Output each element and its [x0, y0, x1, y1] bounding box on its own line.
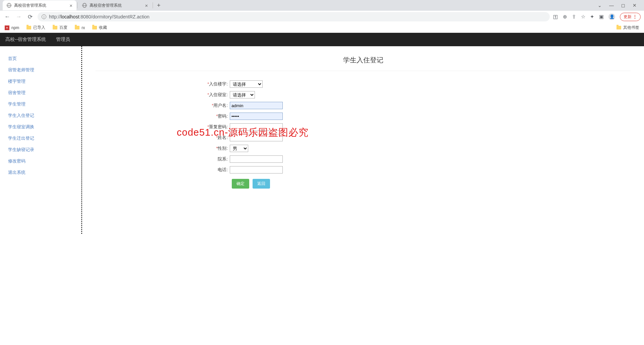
form-row-repassword: *重复密码: — [96, 123, 631, 131]
bookmark-item[interactable]: rx — [75, 25, 85, 30]
bookmarks-bar: nnpm 已导入 百度 rx 收藏 其他书签 — [0, 23, 644, 33]
close-icon[interactable]: × — [69, 3, 72, 8]
avatar-icon[interactable]: 👤 — [608, 13, 615, 20]
password-input[interactable] — [230, 113, 283, 120]
content: 首页 宿管老师管理 楼宇管理 宿舍管理 学生管理 学生入住登记 学生寝室调换 学… — [0, 46, 644, 234]
reload-icon[interactable]: ⟳ — [26, 13, 34, 20]
forward-icon[interactable]: → — [15, 13, 23, 20]
sidebar-item-teacher-mgmt[interactable]: 宿管老师管理 — [8, 64, 81, 76]
new-tab-button[interactable]: + — [154, 2, 164, 9]
sidebar-item-home[interactable]: 首页 — [8, 53, 81, 64]
sidebar-item-dorm-mgmt[interactable]: 宿舍管理 — [8, 87, 81, 98]
folder-icon — [616, 26, 621, 29]
building-select[interactable]: 请选择 — [230, 80, 263, 88]
address-bar-row: ← → ⟳ i http://localhost:8080/dormitory/… — [0, 11, 644, 23]
form-row-password: *密码: — [96, 113, 631, 120]
browser-chrome: 高校宿舍管理系统 × 高校宿舍管理系统 × + ⌄ — ◻ ✕ ← → ⟳ i … — [0, 0, 644, 33]
form-row-name: *姓名: — [96, 134, 631, 141]
name-input[interactable] — [230, 134, 283, 141]
folder-icon — [26, 26, 31, 29]
sidebar: 首页 宿管老师管理 楼宇管理 宿舍管理 学生管理 学生入住登记 学生寝室调换 学… — [0, 46, 82, 234]
browser-tab[interactable]: 高校宿舍管理系统 × — [78, 0, 152, 10]
info-icon[interactable]: i — [42, 14, 46, 19]
form-row-building: *入住楼宇: 请选择 — [96, 80, 631, 88]
dept-input[interactable] — [230, 155, 283, 163]
room-select[interactable]: 请选择 — [230, 91, 255, 98]
star-icon[interactable]: ☆ — [581, 14, 585, 20]
back-icon[interactable]: ← — [3, 13, 11, 20]
browser-tab[interactable]: 高校宿舍管理系统 × — [3, 0, 76, 10]
menu-dots-icon: ⋮ — [633, 14, 637, 19]
url-bar[interactable]: i http://localhost:8080/dormitory/Studen… — [38, 12, 550, 21]
chrome-actions: ⚿ ⊕ ⇪ ☆ ✦ ▣ 👤 更新 ⋮ — [553, 13, 641, 21]
npm-icon: n — [5, 25, 9, 30]
phone-input[interactable] — [230, 166, 283, 174]
extension-icon[interactable]: ✦ — [590, 14, 594, 20]
app-header: 高校--宿舍管理系统 管理员 — [0, 33, 644, 46]
folder-icon — [53, 26, 57, 29]
tab-separator — [153, 2, 153, 8]
repassword-input[interactable] — [230, 123, 283, 131]
url-text: http://localhost:8080/dormitory/StudentR… — [49, 14, 150, 19]
folder-icon — [92, 26, 97, 29]
close-icon[interactable]: × — [145, 3, 148, 8]
bookmark-item[interactable]: 收藏 — [92, 25, 107, 30]
name-label: *姓名: — [96, 135, 230, 141]
sidebar-item-student-mgmt[interactable]: 学生管理 — [8, 98, 81, 110]
bookmark-item[interactable]: nnpm — [5, 25, 19, 30]
password-label: *密码: — [96, 113, 230, 119]
tab-title: 高校宿舍管理系统 — [90, 3, 122, 8]
tab-separator — [77, 2, 77, 8]
globe-icon — [7, 3, 11, 8]
sidebar-item-absence[interactable]: 学生缺寝记录 — [8, 144, 81, 155]
close-window-icon[interactable]: ✕ — [633, 3, 637, 8]
gender-select[interactable]: 男 — [230, 145, 248, 152]
chevron-down-icon[interactable]: ⌄ — [598, 3, 602, 8]
user-role: 管理员 — [56, 37, 70, 43]
phone-label: 电话: — [96, 167, 230, 173]
sidebar-item-password[interactable]: 修改密码 — [8, 155, 81, 167]
page-title: 学生入住登记 — [96, 53, 631, 71]
submit-button[interactable]: 确定 — [232, 179, 249, 189]
sidebar-item-checkin[interactable]: 学生入住登记 — [8, 110, 81, 121]
main: 学生入住登记 *入住楼宇: 请选择 *入住寝室: 请选择 *用户名: *密码: … — [82, 46, 644, 234]
back-button[interactable]: 返回 — [253, 179, 270, 189]
share-icon[interactable]: ⇪ — [572, 14, 576, 20]
form-row-phone: 电话: — [96, 166, 631, 174]
sidebar-item-building-mgmt[interactable]: 楼宇管理 — [8, 76, 81, 87]
room-label: *入住寝室: — [96, 92, 230, 98]
panel-icon[interactable]: ▣ — [599, 14, 604, 20]
repassword-label: *重复密码: — [96, 124, 230, 130]
username-label: *用户名: — [96, 102, 230, 109]
sidebar-item-logout[interactable]: 退出系统 — [8, 167, 81, 178]
form-row-dept: 院系: — [96, 155, 631, 163]
minimize-icon[interactable]: — — [609, 3, 614, 8]
maximize-icon[interactable]: ◻ — [621, 3, 625, 8]
form-row-username: *用户名: — [96, 102, 631, 109]
tab-title: 高校宿舍管理系统 — [14, 3, 46, 8]
sidebar-item-checkout[interactable]: 学生迁出登记 — [8, 133, 81, 144]
username-input[interactable] — [230, 102, 283, 109]
dept-label: 院系: — [96, 156, 230, 162]
gender-label: *性别: — [96, 145, 230, 151]
bookmark-item[interactable]: 百度 — [53, 25, 67, 30]
tab-bar: 高校宿舍管理系统 × 高校宿舍管理系统 × + ⌄ — ◻ ✕ — [0, 0, 644, 11]
folder-icon — [75, 26, 79, 29]
building-label: *入住楼宇: — [96, 81, 230, 87]
form-actions: 确定 返回 — [96, 179, 631, 189]
form-row-room: *入住寝室: 请选择 — [96, 91, 631, 98]
app-title: 高校--宿舍管理系统 — [5, 37, 46, 43]
update-button[interactable]: 更新 ⋮ — [620, 13, 641, 21]
key-icon[interactable]: ⚿ — [553, 14, 558, 20]
zoom-icon[interactable]: ⊕ — [563, 14, 567, 20]
window-controls: ⌄ — ◻ ✕ — [598, 3, 641, 8]
sidebar-item-swap[interactable]: 学生寝室调换 — [8, 121, 81, 133]
form-row-gender: *性别: 男 — [96, 145, 631, 152]
globe-icon — [82, 3, 87, 8]
bookmark-item[interactable]: 已导入 — [26, 25, 45, 30]
other-bookmarks[interactable]: 其他书签 — [616, 25, 639, 30]
